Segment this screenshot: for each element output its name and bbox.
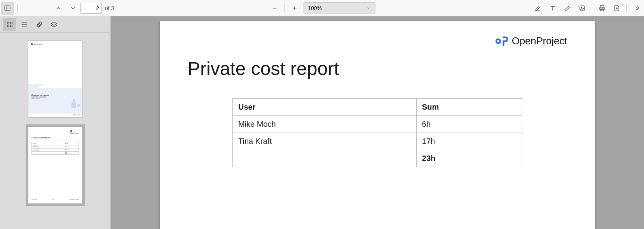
brand-name: OpenProject [512, 35, 567, 47]
table-row: Tina Kraft 17h [233, 133, 522, 150]
svg-point-21 [22, 24, 23, 25]
table-row: Mike Moch 6h [233, 116, 522, 133]
openproject-logo: OpenProject [496, 35, 567, 47]
title-separator [188, 85, 567, 85]
svg-rect-25 [72, 102, 76, 108]
table-total-row: 23h [233, 150, 522, 167]
more-tools-button[interactable] [630, 2, 643, 15]
svg-rect-8 [580, 6, 585, 10]
draw-tool-button[interactable] [561, 2, 574, 15]
zoom-out-button[interactable] [268, 2, 281, 15]
svg-point-22 [22, 26, 23, 26]
svg-rect-0 [5, 6, 10, 10]
separator [592, 4, 592, 12]
svg-rect-26 [77, 104, 80, 107]
table-header-row: User Sum [233, 99, 522, 116]
svg-rect-13 [7, 22, 9, 24]
svg-rect-15 [7, 25, 9, 27]
cell-user [233, 150, 417, 167]
page-viewer[interactable]: OpenProject Private cost report User Sum [111, 16, 644, 229]
mini-logo: OpenProject [70, 130, 79, 134]
text-tool-button[interactable] [546, 2, 559, 15]
cell-user: Mike Moch [233, 116, 417, 133]
prev-page-button[interactable] [52, 2, 65, 15]
download-button[interactable] [610, 2, 623, 15]
svg-point-9 [581, 7, 582, 7]
zoom-value: 100% [308, 5, 322, 11]
separator [284, 4, 285, 12]
thumbnails-tab[interactable] [3, 18, 16, 31]
thumbnail-list: OpenProject Private cost report XX/XX/XX… [0, 33, 110, 229]
sidebar-tabs [0, 16, 110, 33]
outline-tab[interactable] [18, 18, 31, 31]
separator [627, 4, 627, 12]
openproject-logo-icon [496, 36, 509, 47]
svg-rect-16 [10, 25, 12, 27]
page-total-label: of 3 [105, 5, 114, 11]
cost-report-table: User Sum Mike Moch 6h Tina Kraft 17h [232, 98, 522, 167]
sidebar-toggle-button[interactable] [1, 2, 14, 15]
col-header-sum: Sum [416, 99, 522, 116]
svg-rect-10 [600, 5, 604, 7]
document-header: OpenProject [188, 35, 567, 47]
sidebar: OpenProject Private cost report XX/XX/XX… [0, 16, 111, 229]
next-page-button[interactable] [66, 2, 80, 15]
pdf-viewer: of 3 100% [0, 0, 644, 229]
print-button[interactable] [595, 2, 609, 15]
viewer-body: OpenProject Private cost report XX/XX/XX… [0, 16, 644, 229]
thumbnail-page-1[interactable]: OpenProject Private cost report XX/XX/XX… [28, 40, 82, 117]
col-header-user: User [233, 99, 417, 116]
cell-sum: 17h [416, 133, 522, 150]
svg-marker-23 [51, 22, 57, 25]
separator [17, 4, 17, 12]
cell-user: Tina Kraft [233, 133, 417, 150]
thumbnail-page-2[interactable]: OpenProject Private cost report User Sum [28, 127, 82, 204]
svg-rect-24 [73, 99, 75, 102]
highlight-tool-button[interactable] [531, 2, 545, 15]
toolbar: of 3 100% [0, 0, 644, 16]
layers-tab[interactable] [47, 18, 61, 31]
document-page: OpenProject Private cost report User Sum [160, 21, 595, 229]
attachments-tab[interactable] [33, 18, 46, 31]
svg-rect-14 [10, 22, 12, 24]
cell-sum-total: 23h [416, 150, 522, 167]
chevron-down-icon [366, 5, 371, 11]
zoom-select[interactable]: 100% [304, 2, 375, 14]
cell-sum: 6h [416, 116, 522, 133]
image-tool-button[interactable] [576, 2, 589, 15]
svg-point-20 [22, 22, 23, 23]
report-title: Private cost report [188, 58, 567, 79]
zoom-in-button[interactable] [288, 2, 301, 15]
page-number-input[interactable] [80, 3, 102, 14]
